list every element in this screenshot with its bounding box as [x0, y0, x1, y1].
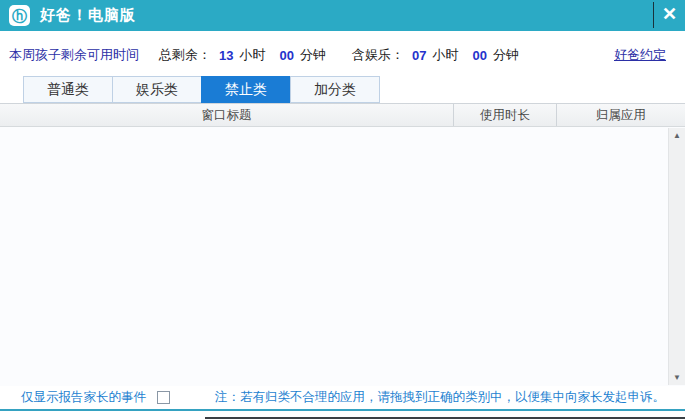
- total-hours-value: 13: [219, 48, 233, 63]
- table-body: ▲ ▼: [0, 127, 685, 386]
- entertainment-hours-unit: 小时: [432, 46, 458, 64]
- entertainment-label: 含娱乐：: [352, 46, 404, 64]
- total-hours-unit: 小时: [239, 46, 265, 64]
- scroll-up-icon[interactable]: ▲: [669, 128, 685, 143]
- scroll-down-icon[interactable]: ▼: [669, 370, 685, 385]
- classification-note: 注：若有归类不合理的应用，请拖拽到正确的类别中，以便集中向家长发起申诉。: [215, 389, 665, 406]
- close-button[interactable]: ✕: [655, 0, 684, 29]
- tab-entertainment[interactable]: 娱乐类: [112, 76, 202, 103]
- column-header-owning-app[interactable]: 归属应用: [556, 104, 685, 126]
- tab-forbidden[interactable]: 禁止类: [201, 76, 291, 103]
- tab-bonus[interactable]: 加分类: [290, 76, 380, 103]
- total-minutes-value: 00: [279, 48, 293, 63]
- window-title: 好爸！电脑版: [40, 6, 136, 25]
- entertainment-minutes-unit: 分钟: [493, 46, 519, 64]
- bottom-accent-line: [0, 409, 685, 411]
- app-window: ⓗ 好爸！电脑版 ✕ 本周孩子剩余可用时间 总剩余： 13 小时 00 分钟 含…: [0, 0, 685, 419]
- column-header-usage-duration[interactable]: 使用时长: [453, 104, 556, 126]
- info-bar: 本周孩子剩余可用时间 总剩余： 13 小时 00 分钟 含娱乐： 07 小时 0…: [0, 41, 685, 69]
- app-logo-icon: ⓗ: [9, 5, 30, 26]
- tab-normal[interactable]: 普通类: [23, 76, 113, 103]
- titlebar-divider: [653, 2, 654, 28]
- total-minutes-unit: 分钟: [300, 46, 326, 64]
- report-checkbox-label: 仅显示报告家长的事件: [21, 389, 146, 406]
- remaining-time-caption: 本周孩子剩余可用时间: [9, 46, 139, 64]
- table-header: 窗口标题 使用时长 归属应用: [0, 103, 685, 127]
- agreement-link[interactable]: 好爸约定: [614, 46, 666, 64]
- report-checkbox[interactable]: [157, 391, 170, 404]
- close-icon: ✕: [662, 4, 677, 24]
- footer-bar: 仅显示报告家长的事件 注：若有归类不合理的应用，请拖拽到正确的类别中，以便集中向…: [0, 386, 685, 409]
- entertainment-minutes-value: 00: [472, 48, 486, 63]
- total-remaining-label: 总剩余：: [159, 46, 211, 64]
- entertainment-hours-value: 07: [412, 48, 426, 63]
- titlebar: ⓗ 好爸！电脑版 ✕: [0, 0, 685, 31]
- scrollbar[interactable]: ▲ ▼: [668, 128, 685, 385]
- column-header-window-title[interactable]: 窗口标题: [0, 104, 453, 126]
- category-tab-bar: 普通类 娱乐类 禁止类 加分类: [23, 76, 685, 103]
